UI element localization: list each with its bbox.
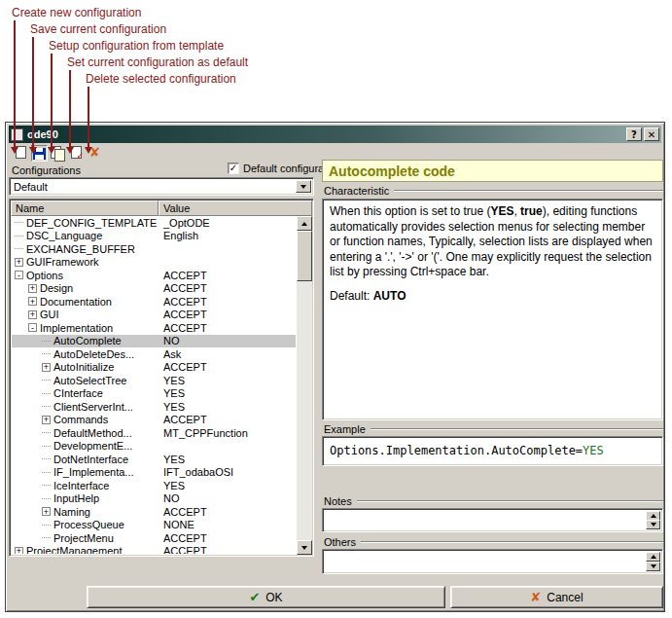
tree-row[interactable]: +GUIACCEPT xyxy=(12,309,296,322)
chevron-down-icon xyxy=(301,185,306,189)
tree-body: DEF_CONFIG_TEMPLATE_OptODEDSC_LanguageEn… xyxy=(12,216,296,554)
expand-icon[interactable]: + xyxy=(42,363,51,372)
scroll-up-button[interactable] xyxy=(646,552,660,562)
expand-icon[interactable]: + xyxy=(42,507,51,516)
collapse-icon[interactable]: - xyxy=(28,323,37,332)
others-field[interactable] xyxy=(322,549,663,574)
expand-icon[interactable]: + xyxy=(15,258,23,267)
tree-item-value: YES xyxy=(158,375,296,386)
tree-dash-icon xyxy=(42,406,51,407)
others-label: Others xyxy=(324,536,356,548)
annotation-delete-selected: Delete selected configuration xyxy=(86,72,236,86)
tree-item-value: ACCEPT xyxy=(158,532,296,544)
characteristic-label: Characteristic xyxy=(324,185,389,197)
tree-row[interactable]: InputHelpNO xyxy=(12,492,296,506)
annotation-arrow xyxy=(88,87,89,148)
expand-icon[interactable]: + xyxy=(42,416,51,424)
expand-icon[interactable]: + xyxy=(28,284,37,293)
tree-item-name: ClientServerInt... xyxy=(53,401,133,413)
tree-row[interactable]: AutoDeleteDes...Ask xyxy=(12,347,296,361)
tree-row[interactable]: +AutoInitializeACCEPT xyxy=(12,361,296,375)
tree-item-value: ACCEPT xyxy=(158,322,296,334)
tree-row[interactable]: IceInterfaceYES xyxy=(12,479,296,492)
tree-row[interactable]: AutoCompleteNO xyxy=(12,335,296,348)
tree-item-value: ACCEPT xyxy=(158,270,296,281)
tree-row[interactable]: +NamingACCEPT xyxy=(12,505,296,519)
tree-row[interactable]: -ImplementationACCEPT xyxy=(12,321,296,335)
configuration-select[interactable]: Default xyxy=(9,177,314,196)
scroll-down-button[interactable] xyxy=(646,520,660,529)
tree-dash-icon xyxy=(42,393,51,394)
scrollbar-thumb[interactable] xyxy=(297,231,312,281)
tree-item-name: Documentation xyxy=(40,296,112,308)
expand-icon[interactable]: + xyxy=(28,297,37,306)
configurations-label: Configurations xyxy=(12,164,81,176)
tree-item-value: ACCEPT xyxy=(158,506,296,518)
tree-row[interactable]: IF_Implementa...IFT_odabaOSI xyxy=(12,466,296,480)
tree-item-name: EXCHANGE_BUFFER xyxy=(26,243,135,255)
tree-row[interactable]: +GUIFramework xyxy=(12,256,296,270)
tree-row[interactable]: CInterfaceYES xyxy=(12,387,296,401)
cancel-button-label: Cancel xyxy=(547,591,583,604)
tree-item-name: Commands xyxy=(53,414,108,425)
scroll-up-button[interactable] xyxy=(297,216,312,231)
title-bar[interactable]: ode90 ? ✕ xyxy=(9,126,661,143)
tree-scrollbar[interactable] xyxy=(297,216,312,555)
collapse-icon[interactable]: - xyxy=(15,271,23,279)
tree-row[interactable]: +ProjectManagementACCEPT xyxy=(12,545,296,555)
tree-row[interactable]: DEF_CONFIG_TEMPLATE_OptODE xyxy=(12,216,296,230)
annotation-setup-template: Setup configuration from template xyxy=(49,39,224,53)
tree-dash-icon xyxy=(42,380,51,381)
tree-row[interactable]: +CommandsACCEPT xyxy=(12,414,296,427)
ok-button[interactable]: ✔ OK xyxy=(87,586,445,608)
arrow-down-icon xyxy=(651,523,656,527)
expand-icon[interactable]: + xyxy=(28,310,37,319)
tree-row[interactable]: +DocumentationACCEPT xyxy=(12,295,296,309)
example-code-value: YES xyxy=(583,444,604,457)
tree-row[interactable]: EXCHANGE_BUFFER xyxy=(12,242,296,256)
tree-row[interactable]: DSC_LanguageEnglish xyxy=(12,230,296,243)
others-scrollbar[interactable] xyxy=(646,552,660,571)
tree-item-name: DotNetInterface xyxy=(53,454,128,465)
annotation-arrow xyxy=(32,37,34,148)
scroll-down-button[interactable] xyxy=(297,540,312,555)
tree-row[interactable]: DevelopmentE... xyxy=(12,440,296,454)
tree-item-value: Ask xyxy=(158,348,296,360)
default-configuration-checkbox[interactable]: ✓ xyxy=(228,163,239,174)
tree-row[interactable]: AutoSelectTreeYES xyxy=(12,374,296,387)
tree-row[interactable]: +DesignACCEPT xyxy=(12,282,296,296)
tree-row[interactable]: DefaultMethod...MT_CPPFunction xyxy=(12,426,296,440)
tree-item-value: NO xyxy=(158,335,296,346)
tree-item-name: AutoInitialize xyxy=(53,361,114,373)
annotation-arrow xyxy=(14,20,16,148)
notes-field[interactable] xyxy=(322,508,663,532)
tree-row[interactable]: -OptionsACCEPT xyxy=(12,269,296,282)
tree-dash-icon xyxy=(42,432,51,433)
tree-row[interactable]: ProjectMenuACCEPT xyxy=(12,531,296,545)
expand-icon[interactable]: + xyxy=(15,547,23,554)
scroll-down-button[interactable] xyxy=(646,562,660,571)
example-label: Example xyxy=(324,423,366,435)
tree-item-value: ACCEPT xyxy=(158,309,296,320)
app-icon xyxy=(11,128,23,141)
dropdown-button[interactable] xyxy=(296,180,311,193)
characteristic-paragraph: When this option is set to true (YES, tr… xyxy=(330,204,655,280)
tree-item-value: IFT_odabaOSI xyxy=(158,466,296,478)
column-header-value[interactable]: Value xyxy=(159,200,312,216)
tree-row[interactable]: DotNetInterfaceYES xyxy=(12,453,296,466)
notes-scrollbar[interactable] xyxy=(646,511,660,529)
tree-dash-icon xyxy=(42,525,51,526)
tree-item-name: DevelopmentE... xyxy=(53,440,132,452)
close-button[interactable]: ✕ xyxy=(644,127,659,141)
check-icon: ✓ xyxy=(76,151,84,161)
cancel-button[interactable]: ✘ Cancel xyxy=(450,586,663,608)
help-button[interactable]: ? xyxy=(626,127,642,141)
tree-row[interactable]: ClientServerInt...YES xyxy=(12,400,296,414)
column-header-name[interactable]: Name xyxy=(11,200,159,216)
tree-item-name: Options xyxy=(26,270,63,281)
tree-row[interactable]: ProcessQueueNONE xyxy=(12,519,296,532)
tree-item-name: GUI xyxy=(40,309,59,320)
tree-dash-icon xyxy=(42,446,51,447)
tree-item-value: _OptODE xyxy=(158,217,296,229)
notes-label: Notes xyxy=(324,495,352,507)
